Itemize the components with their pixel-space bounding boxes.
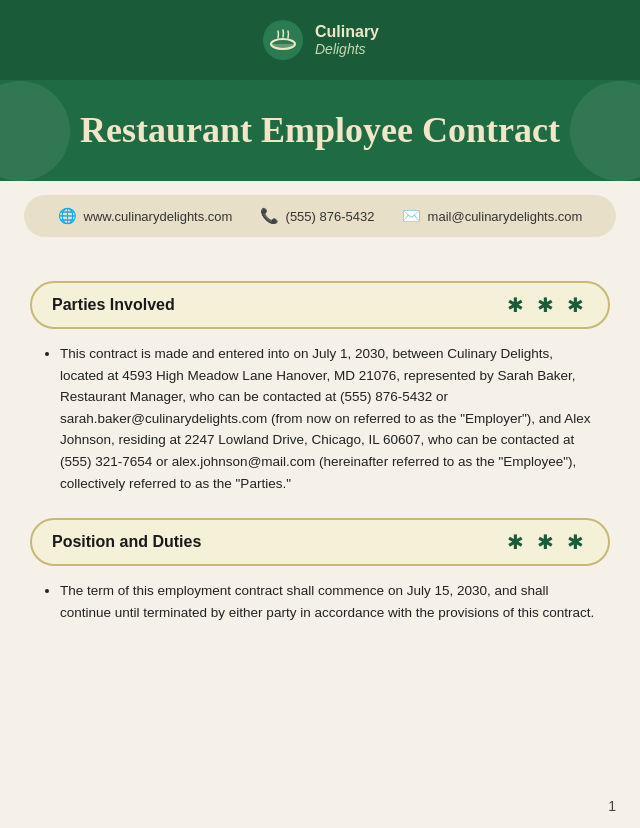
contact-bar: 🌐 www.culinarydelights.com 📞 (555) 876-5…	[24, 195, 616, 237]
section-title-position: Position and Duties	[52, 533, 201, 551]
contact-phone: 📞 (555) 876-5432	[260, 207, 375, 225]
logo-text: Culinary Delights	[315, 22, 379, 58]
section-title-parties: Parties Involved	[52, 296, 175, 314]
phone-text: (555) 876-5432	[286, 209, 375, 224]
section-body-parties: This contract is made and entered into o…	[30, 343, 610, 494]
section-parties-involved: Parties Involved ✱ ✱ ✱ This contract is …	[30, 281, 610, 494]
main-content: Parties Involved ✱ ✱ ✱ This contract is …	[0, 261, 640, 687]
section-stars-parties: ✱ ✱ ✱	[507, 293, 588, 317]
section-stars-position: ✱ ✱ ✱	[507, 530, 588, 554]
website-text: www.culinarydelights.com	[84, 209, 233, 224]
logo-icon	[261, 18, 305, 62]
logo: Culinary Delights	[261, 18, 379, 62]
position-content: The term of this employment contract sha…	[60, 580, 600, 623]
section-position-duties: Position and Duties ✱ ✱ ✱ The term of th…	[30, 518, 610, 623]
parties-content: This contract is made and entered into o…	[60, 343, 600, 494]
section-header-position: Position and Duties ✱ ✱ ✱	[30, 518, 610, 566]
contact-website: 🌐 www.culinarydelights.com	[58, 207, 233, 225]
page-header: Culinary Delights	[0, 0, 640, 80]
phone-icon: 📞	[260, 207, 279, 225]
globe-icon: 🌐	[58, 207, 77, 225]
email-text: mail@culinarydelights.com	[428, 209, 583, 224]
logo-tagline: Delights	[315, 41, 379, 58]
page-title: Restaurant Employee Contract	[60, 108, 580, 153]
contact-email: ✉️ mail@culinarydelights.com	[402, 207, 583, 225]
spacer	[0, 251, 640, 261]
email-icon: ✉️	[402, 207, 421, 225]
section-header-parties: Parties Involved ✱ ✱ ✱	[30, 281, 610, 329]
page-number: 1	[608, 798, 616, 814]
logo-name: Culinary	[315, 22, 379, 41]
section-body-position: The term of this employment contract sha…	[30, 580, 610, 623]
title-banner: Restaurant Employee Contract	[0, 80, 640, 181]
